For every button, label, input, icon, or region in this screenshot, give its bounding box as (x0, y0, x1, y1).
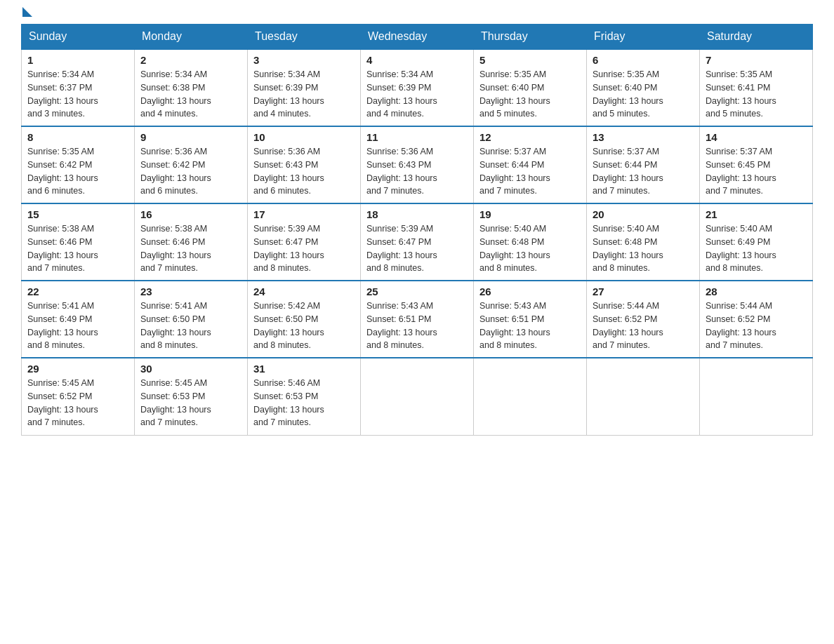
calendar-cell (700, 358, 813, 435)
day-number: 22 (27, 286, 128, 297)
calendar-cell: 11Sunrise: 5:36 AMSunset: 6:43 PMDayligh… (361, 126, 474, 203)
day-info: Sunrise: 5:46 AMSunset: 6:53 PMDaylight:… (253, 377, 355, 429)
day-info: Sunrise: 5:43 AMSunset: 6:51 PMDaylight:… (479, 300, 581, 352)
calendar-cell: 5Sunrise: 5:35 AMSunset: 6:40 PMDaylight… (474, 49, 587, 126)
day-info: Sunrise: 5:39 AMSunset: 6:47 PMDaylight:… (366, 222, 468, 275)
day-info: Sunrise: 5:44 AMSunset: 6:52 PMDaylight:… (706, 300, 807, 352)
calendar-cell: 18Sunrise: 5:39 AMSunset: 6:47 PMDayligh… (361, 203, 474, 281)
day-info: Sunrise: 5:34 AMSunset: 6:37 PMDaylight:… (27, 68, 128, 121)
day-number: 27 (593, 286, 694, 297)
page-header (21, 14, 813, 17)
calendar-cell: 19Sunrise: 5:40 AMSunset: 6:48 PMDayligh… (474, 203, 587, 281)
logo-triangle-icon (22, 7, 32, 17)
day-info: Sunrise: 5:36 AMSunset: 6:42 PMDaylight:… (140, 145, 241, 198)
day-info: Sunrise: 5:37 AMSunset: 6:44 PMDaylight:… (479, 145, 581, 198)
day-number: 6 (593, 54, 694, 66)
day-number: 4 (366, 54, 468, 66)
calendar-cell: 4Sunrise: 5:34 AMSunset: 6:39 PMDaylight… (361, 49, 474, 126)
calendar-cell: 17Sunrise: 5:39 AMSunset: 6:47 PMDayligh… (248, 203, 361, 281)
day-number: 1 (27, 54, 128, 66)
day-info: Sunrise: 5:38 AMSunset: 6:46 PMDaylight:… (27, 222, 128, 275)
day-info: Sunrise: 5:35 AMSunset: 6:40 PMDaylight:… (593, 68, 694, 121)
day-info: Sunrise: 5:36 AMSunset: 6:43 PMDaylight:… (366, 145, 468, 198)
calendar-cell: 23Sunrise: 5:41 AMSunset: 6:50 PMDayligh… (135, 281, 248, 358)
day-info: Sunrise: 5:39 AMSunset: 6:47 PMDaylight:… (253, 222, 355, 275)
day-number: 15 (27, 208, 128, 220)
day-number: 23 (140, 286, 241, 297)
day-number: 26 (479, 286, 581, 297)
day-info: Sunrise: 5:41 AMSunset: 6:50 PMDaylight:… (140, 300, 241, 352)
calendar-cell: 13Sunrise: 5:37 AMSunset: 6:44 PMDayligh… (587, 126, 700, 203)
day-number: 7 (706, 54, 807, 66)
day-info: Sunrise: 5:45 AMSunset: 6:52 PMDaylight:… (27, 377, 128, 429)
header-sunday: Sunday (22, 25, 135, 50)
header-tuesday: Tuesday (248, 25, 361, 50)
day-info: Sunrise: 5:37 AMSunset: 6:44 PMDaylight:… (593, 145, 694, 198)
calendar-cell (587, 358, 700, 435)
calendar-cell: 24Sunrise: 5:42 AMSunset: 6:50 PMDayligh… (248, 281, 361, 358)
calendar-cell: 10Sunrise: 5:36 AMSunset: 6:43 PMDayligh… (248, 126, 361, 203)
header-friday: Friday (587, 25, 700, 50)
day-info: Sunrise: 5:45 AMSunset: 6:53 PMDaylight:… (140, 377, 241, 429)
calendar-cell: 25Sunrise: 5:43 AMSunset: 6:51 PMDayligh… (361, 281, 474, 358)
day-info: Sunrise: 5:37 AMSunset: 6:45 PMDaylight:… (706, 145, 807, 198)
day-info: Sunrise: 5:35 AMSunset: 6:40 PMDaylight:… (479, 68, 581, 121)
day-info: Sunrise: 5:34 AMSunset: 6:39 PMDaylight:… (253, 68, 355, 121)
day-number: 20 (593, 208, 694, 220)
calendar-cell: 30Sunrise: 5:45 AMSunset: 6:53 PMDayligh… (135, 358, 248, 435)
header-thursday: Thursday (474, 25, 587, 50)
day-info: Sunrise: 5:42 AMSunset: 6:50 PMDaylight:… (253, 300, 355, 352)
day-number: 3 (253, 54, 355, 66)
day-info: Sunrise: 5:41 AMSunset: 6:49 PMDaylight:… (27, 300, 128, 352)
calendar-cell: 8Sunrise: 5:35 AMSunset: 6:42 PMDaylight… (22, 126, 135, 203)
day-number: 16 (140, 208, 241, 220)
day-info: Sunrise: 5:34 AMSunset: 6:39 PMDaylight:… (366, 68, 468, 121)
calendar-cell: 21Sunrise: 5:40 AMSunset: 6:49 PMDayligh… (700, 203, 813, 281)
day-info: Sunrise: 5:44 AMSunset: 6:52 PMDaylight:… (593, 300, 694, 352)
calendar-cell: 22Sunrise: 5:41 AMSunset: 6:49 PMDayligh… (22, 281, 135, 358)
day-info: Sunrise: 5:35 AMSunset: 6:42 PMDaylight:… (27, 145, 128, 198)
header-wednesday: Wednesday (361, 25, 474, 50)
calendar-cell: 9Sunrise: 5:36 AMSunset: 6:42 PMDaylight… (135, 126, 248, 203)
day-number: 24 (253, 286, 355, 297)
day-info: Sunrise: 5:40 AMSunset: 6:48 PMDaylight:… (479, 222, 581, 275)
day-info: Sunrise: 5:40 AMSunset: 6:48 PMDaylight:… (593, 222, 694, 275)
calendar-cell: 2Sunrise: 5:34 AMSunset: 6:38 PMDaylight… (135, 49, 248, 126)
day-number: 28 (706, 286, 807, 297)
day-number: 5 (479, 54, 581, 66)
day-info: Sunrise: 5:40 AMSunset: 6:49 PMDaylight:… (706, 222, 807, 275)
day-number: 2 (140, 54, 241, 66)
calendar-header-row: SundayMondayTuesdayWednesdayThursdayFrid… (22, 25, 813, 50)
calendar-cell: 15Sunrise: 5:38 AMSunset: 6:46 PMDayligh… (22, 203, 135, 281)
calendar-cell: 14Sunrise: 5:37 AMSunset: 6:45 PMDayligh… (700, 126, 813, 203)
day-info: Sunrise: 5:34 AMSunset: 6:38 PMDaylight:… (140, 68, 241, 121)
day-number: 30 (140, 363, 241, 375)
day-info: Sunrise: 5:36 AMSunset: 6:43 PMDaylight:… (253, 145, 355, 198)
day-number: 14 (706, 131, 807, 143)
calendar-cell: 20Sunrise: 5:40 AMSunset: 6:48 PMDayligh… (587, 203, 700, 281)
calendar-cell: 7Sunrise: 5:35 AMSunset: 6:41 PMDaylight… (700, 49, 813, 126)
day-number: 8 (27, 131, 128, 143)
calendar-week-row: 22Sunrise: 5:41 AMSunset: 6:49 PMDayligh… (22, 281, 813, 358)
day-number: 13 (593, 131, 694, 143)
calendar-cell: 31Sunrise: 5:46 AMSunset: 6:53 PMDayligh… (248, 358, 361, 435)
day-number: 10 (253, 131, 355, 143)
day-number: 9 (140, 131, 241, 143)
header-saturday: Saturday (700, 25, 813, 50)
calendar-cell: 1Sunrise: 5:34 AMSunset: 6:37 PMDaylight… (22, 49, 135, 126)
calendar-cell: 3Sunrise: 5:34 AMSunset: 6:39 PMDaylight… (248, 49, 361, 126)
calendar-cell (474, 358, 587, 435)
calendar-cell: 29Sunrise: 5:45 AMSunset: 6:52 PMDayligh… (22, 358, 135, 435)
day-number: 25 (366, 286, 468, 297)
calendar-cell (361, 358, 474, 435)
day-number: 11 (366, 131, 468, 143)
day-number: 29 (27, 363, 128, 375)
calendar-cell: 6Sunrise: 5:35 AMSunset: 6:40 PMDaylight… (587, 49, 700, 126)
calendar-cell: 26Sunrise: 5:43 AMSunset: 6:51 PMDayligh… (474, 281, 587, 358)
day-number: 21 (706, 208, 807, 220)
calendar-cell: 27Sunrise: 5:44 AMSunset: 6:52 PMDayligh… (587, 281, 700, 358)
day-number: 12 (479, 131, 581, 143)
day-number: 19 (479, 208, 581, 220)
logo (21, 14, 32, 17)
calendar-week-row: 8Sunrise: 5:35 AMSunset: 6:42 PMDaylight… (22, 126, 813, 203)
